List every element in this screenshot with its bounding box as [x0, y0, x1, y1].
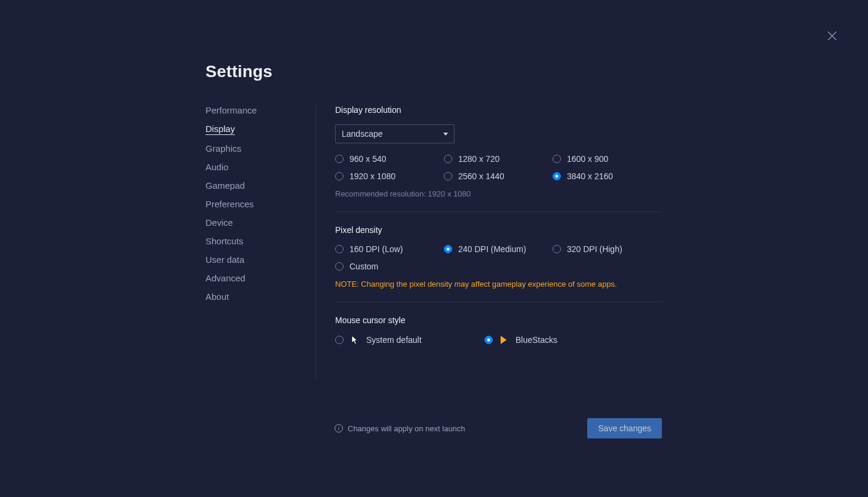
section-title-pixel-density: Pixel density [335, 225, 662, 235]
resolution-option[interactable]: 1600 x 900 [553, 154, 661, 164]
dpi-option[interactable]: 240 DPI (Medium) [444, 244, 553, 254]
resolution-option[interactable]: 1280 x 720 [444, 154, 553, 164]
cursor-option[interactable]: BlueStacks [484, 335, 634, 345]
resolution-option-label: 1600 x 900 [567, 154, 608, 164]
sidebar-item-gamepad[interactable]: Gamepad [206, 180, 245, 191]
radio-icon [444, 245, 452, 253]
resolution-option[interactable]: 960 x 540 [335, 154, 444, 164]
page-title: Settings [206, 62, 663, 81]
radio-icon [335, 245, 343, 253]
section-mouse-cursor: Mouse cursor style System defaultBlueSta… [335, 315, 662, 367]
dpi-option[interactable]: 320 DPI (High) [553, 244, 661, 254]
settings-content: Display resolution Landscape 960 x 54012… [316, 105, 662, 380]
sidebar-item-user-data[interactable]: User data [206, 254, 244, 265]
radio-icon [553, 245, 561, 253]
resolution-option-label: 960 x 540 [349, 154, 387, 164]
radio-icon [444, 155, 452, 163]
recommended-resolution-text: Recommended resolution: 1920 x 1080 [335, 189, 662, 198]
resolution-option[interactable]: 1920 x 1080 [335, 171, 444, 181]
cursor-option-label: System default [366, 335, 422, 345]
sidebar-item-performance[interactable]: Performance [206, 105, 257, 115]
radio-icon [335, 172, 343, 180]
system-cursor-icon [349, 335, 360, 345]
dpi-option-label: 240 DPI (Medium) [458, 244, 526, 254]
radio-icon [335, 155, 343, 163]
radio-icon [444, 172, 452, 180]
sidebar-item-about[interactable]: About [206, 292, 229, 302]
sidebar-item-graphics[interactable]: Graphics [206, 143, 241, 154]
orientation-selected-value: Landscape [342, 129, 383, 139]
resolution-option-label: 3840 x 2160 [567, 171, 613, 181]
radio-icon [335, 262, 343, 271]
resolution-option[interactable]: 3840 x 2160 [553, 171, 661, 181]
orientation-select[interactable]: Landscape [335, 124, 455, 143]
chevron-down-icon [443, 133, 448, 136]
sidebar-item-device[interactable]: Device [206, 217, 233, 228]
dpi-option[interactable]: Custom [335, 262, 444, 271]
section-title-resolution: Display resolution [335, 105, 662, 115]
resolution-option[interactable]: 2560 x 1440 [444, 171, 553, 181]
footer-info-text: Changes will apply on next launch [348, 424, 465, 433]
cursor-option[interactable]: System default [335, 335, 484, 345]
radio-icon [484, 336, 493, 344]
cursor-option-label: BlueStacks [516, 335, 557, 345]
sidebar-item-display[interactable]: Display [206, 124, 235, 135]
resolution-option-label: 1920 x 1080 [349, 171, 395, 181]
radio-icon [335, 336, 343, 344]
close-icon [827, 30, 838, 41]
section-display-resolution: Display resolution Landscape 960 x 54012… [335, 105, 662, 212]
section-title-mouse-cursor: Mouse cursor style [335, 315, 662, 325]
sidebar-item-shortcuts[interactable]: Shortcuts [206, 236, 243, 246]
radio-icon [553, 172, 561, 180]
bluestacks-cursor-icon [499, 335, 510, 345]
settings-sidebar: PerformanceDisplayGraphicsAudioGamepadPr… [206, 105, 316, 380]
radio-icon [553, 155, 561, 163]
sidebar-item-audio[interactable]: Audio [206, 162, 228, 172]
settings-footer: i Changes will apply on next launch Save… [335, 418, 662, 438]
dpi-option-label: 320 DPI (High) [567, 244, 622, 254]
close-button[interactable] [825, 29, 839, 43]
resolution-option-label: 2560 x 1440 [458, 171, 504, 181]
dpi-option-label: 160 DPI (Low) [349, 244, 403, 254]
dpi-option[interactable]: 160 DPI (Low) [335, 244, 444, 254]
section-pixel-density: Pixel density 160 DPI (Low)240 DPI (Medi… [335, 225, 662, 302]
sidebar-item-preferences[interactable]: Preferences [206, 199, 254, 209]
pixel-density-note: NOTE: Changing the pixel density may aff… [335, 280, 662, 289]
sidebar-item-advanced[interactable]: Advanced [206, 273, 246, 283]
info-icon: i [335, 424, 343, 432]
save-changes-button[interactable]: Save changes [587, 418, 662, 438]
dpi-option-label: Custom [349, 262, 378, 271]
resolution-option-label: 1280 x 720 [458, 154, 499, 164]
